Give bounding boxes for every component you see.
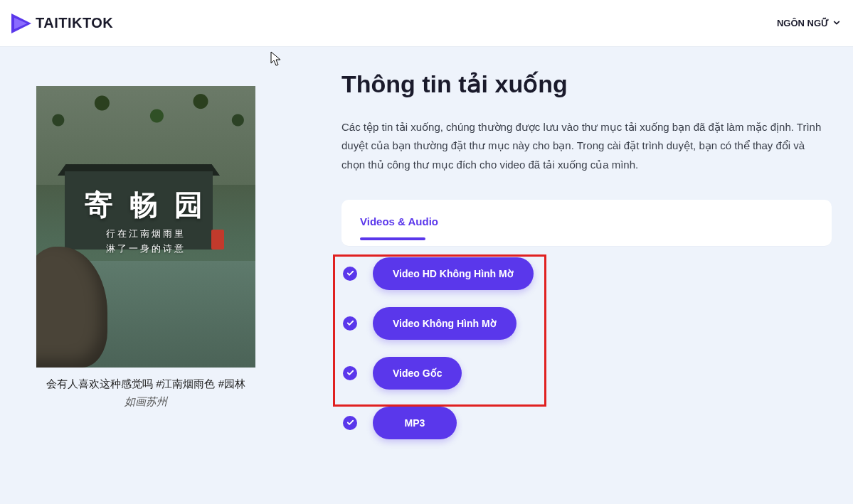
page-body: 寄 畅 园 行在江南烟雨里 淋了一身的诗意 会有人喜欢这种感觉吗 #江南烟雨色 …: [0, 47, 853, 456]
check-icon: [343, 416, 357, 430]
chevron-down-icon: [833, 18, 840, 28]
check-icon: [343, 267, 357, 281]
logo-text: TAITIKTOK: [36, 15, 113, 31]
page-title: Thông tin tải xuống: [341, 70, 832, 98]
language-selector[interactable]: NGÔN NGỮ: [777, 18, 840, 28]
download-original-button[interactable]: Video Gốc: [373, 357, 462, 390]
check-icon: [343, 316, 357, 331]
download-options: Video HD Không Hình Mờ Video Không Hình …: [341, 257, 832, 439]
header: TAITIKTOK NGÔN NGỮ: [0, 0, 853, 47]
option-row-mp3: MP3: [343, 407, 832, 439]
logo[interactable]: TAITIKTOK: [7, 9, 113, 38]
language-label: NGÔN NGỮ: [777, 18, 829, 28]
video-caption: 会有人喜欢这种感觉吗 #江南烟雨色 #园林: [46, 377, 245, 391]
option-row-original: Video Gốc: [343, 357, 832, 390]
download-hd-no-watermark-button[interactable]: Video HD Không Hình Mờ: [373, 257, 534, 290]
cursor-icon: [270, 51, 283, 70]
thumbnail-title: 寄 畅 园: [36, 186, 255, 225]
download-no-watermark-button[interactable]: Video Không Hình Mờ: [373, 307, 516, 340]
download-mp3-button[interactable]: MP3: [373, 407, 457, 439]
page-description: Các tệp tin tải xuống, chúng thường được…: [341, 118, 825, 174]
download-panel: Videos & Audio: [341, 200, 832, 246]
check-icon: [343, 366, 357, 380]
download-info-column: Thông tin tải xuống Các tệp tin tải xuốn…: [277, 61, 839, 456]
logo-icon: [7, 9, 36, 38]
video-preview-column: 寄 畅 园 行在江南烟雨里 淋了一身的诗意 会有人喜欢这种感觉吗 #江南烟雨色 …: [14, 61, 277, 456]
stamp-icon: [211, 230, 224, 250]
tab-videos-audio[interactable]: Videos & Audio: [360, 215, 438, 239]
video-thumbnail[interactable]: 寄 畅 园 行在江南烟雨里 淋了一身的诗意: [36, 86, 255, 368]
video-author: 如画苏州: [124, 395, 167, 409]
option-row-no-watermark: Video Không Hình Mờ: [343, 307, 832, 340]
option-row-hd-no-watermark: Video HD Không Hình Mờ: [343, 257, 832, 290]
